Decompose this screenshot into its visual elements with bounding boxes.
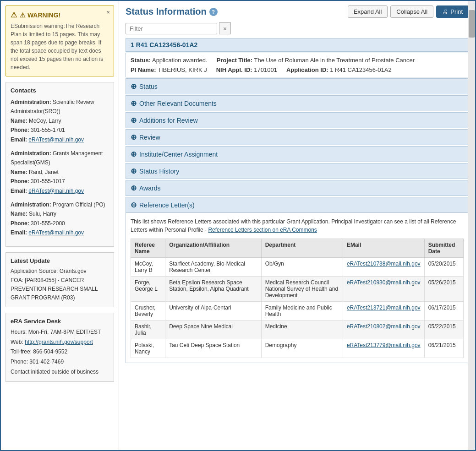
contact-email-link-1[interactable]: eRATest@mail.nih.gov [28,136,84,143]
service-tollfree: Toll-free: 866-504-9552 [11,348,67,355]
cell-email: eRATest213721@mail.nih.gov [343,302,424,321]
email-link[interactable]: eRATest210930@mail.nih.gov [347,279,421,286]
section-other-docs[interactable]: ⊕ Other Relevant Documents [126,95,469,111]
cell-org: Deep Space Nine Medical [165,321,262,339]
col-header-date: Submitted Date [424,239,463,258]
cell-org: Starfleet Academy, Bio-Medical Research … [165,258,262,277]
col-header-name: Referee Name [131,239,165,258]
section-other-docs-label: Other Relevant Documents [139,100,217,107]
contact-phone-value-3: 301-555-2000 [31,220,65,227]
cell-email: eRATest210802@mail.nih.gov [343,321,424,339]
page-title-text: Status Information [126,6,207,17]
section-review[interactable]: ⊕ Review [126,129,469,145]
latest-update-box: Latest Update Application Source: Grants… [5,252,114,307]
cell-name: Polaski, Nancy [131,339,165,358]
contact-block-2: Administration: Grants Management Specia… [11,149,109,196]
cell-org: Tau Ceti Deep Space Station [165,339,262,358]
section-status-label: Status [139,83,158,90]
contact-block-1: Administration: Scientific Review Admini… [11,98,109,144]
contact-email-link-2[interactable]: eRATest@mail.nih.gov [28,188,84,194]
table-row: Forge, George L Beta Epsilon Research Sp… [131,277,464,302]
cell-name: Forge, George L [131,277,165,302]
filter-clear-button[interactable]: × [219,22,231,34]
warning-close-button[interactable]: × [106,9,110,16]
cell-name: Bashir, Julia [131,321,165,339]
sidebar: ⚠ ⚠ WARNING! × ESubmission warning:The R… [1,1,119,450]
ref-description: This list shows Reference Letters associ… [131,217,464,234]
service-phone: Phone: 301-402-7469 [11,359,64,365]
section-awards-label: Awards [139,185,160,192]
section-history-label: Status History [139,168,179,175]
print-label: Print [450,8,463,15]
collapse-all-button[interactable]: Collapse All [390,5,433,18]
ref-letters-table: Referee Name Organization/Affiliation De… [131,239,464,358]
nih-appl-field: NIH Appl. ID: 1701001 [216,66,277,73]
contacts-box: Contacts Administration: Scientific Revi… [5,82,114,247]
pi-value: TIBERIUS, KIRK J [158,66,207,73]
cell-date: 05/26/2015 [424,277,463,302]
cell-date: 05/22/2015 [424,321,463,339]
app-id: 1 R41 CA123456-01A2 [131,41,197,49]
main-content: Status Information ? Expand All Collapse… [119,1,475,450]
contact-phone-label-1: Phone: [11,127,31,133]
cell-date: 05/20/2015 [424,258,463,277]
nih-appl-value: 1701001 [254,66,277,73]
contact-block-3: Administration: Program Official (PO) Na… [11,200,109,238]
service-contact: Contact initiated outside of business [11,369,98,375]
section-status-history[interactable]: ⊕ Status History [126,163,469,179]
ref-letters-body: This list shows Reference Letters associ… [126,213,469,363]
cell-org: University of Alpa-Centari [165,302,262,321]
cell-date: 06/17/2015 [424,302,463,321]
app-id-field: Application ID: 1 R41 CA123456-01A2 [286,66,392,73]
page-header: Status Information ? Expand All Collapse… [126,5,469,18]
cell-dept: Ob/Gyn [261,258,343,277]
project-title-field: Project Title: The Use of Roluman Ale in… [217,57,415,64]
service-web-link[interactable]: http://grants.nih.gov/support [25,339,93,345]
col-header-org: Organization/Affiliation [165,239,262,258]
app-details-row-1: Status: Application awarded. Project Tit… [131,57,464,64]
contact-name-label-2: Name: [11,169,29,175]
email-link[interactable]: eRATest213779@mail.nih.gov [347,342,421,348]
app-details-section: Status: Application awarded. Project Tit… [126,53,469,77]
cell-email: eRATest213779@mail.nih.gov [343,339,424,358]
section-review-label: Review [139,134,160,141]
cell-name: McCoy, Larry B [131,258,165,277]
section-ic-assignment[interactable]: ⊕ Institute/Center Assignment [126,146,469,162]
contact-name-value-2: Rand, Janet [29,169,59,175]
ref-letters-link[interactable]: Reference Letters section on eRA Commons [208,227,317,233]
scrollbar[interactable] [468,1,475,450]
section-additions[interactable]: ⊕ Additions for Review [126,112,469,128]
cell-email: eRATest210738@mail.nih.gov [343,258,424,277]
cell-name: Crusher, Beverly [131,302,165,321]
ref-letters-header[interactable]: ⊖ Reference Letter(s) [126,197,469,213]
contact-email-label-2: Email: [11,188,28,194]
contact-name-label-3: Name: [11,211,29,217]
section-awards[interactable]: ⊕ Awards [126,180,469,196]
status-field: Status: Application awarded. [131,57,208,64]
warning-icon: ⚠ [11,11,17,19]
cell-email: eRATest210930@mail.nih.gov [343,277,424,302]
service-web-label: Web: [11,339,25,345]
status-label: Status: [131,57,151,64]
service-desk-title: eRA Service Desk [11,318,109,325]
contact-phone-label-3: Phone: [11,220,31,227]
table-row: Crusher, Beverly University of Alpa-Cent… [131,302,464,321]
contact-admin-value-3: Program Official (PO) [53,201,105,208]
contact-admin-label-3: Administration: [11,201,53,208]
page-title: Status Information ? [126,6,218,17]
email-link[interactable]: eRATest213721@mail.nih.gov [347,304,421,311]
print-button[interactable]: 🖨 Print [436,5,469,18]
help-icon[interactable]: ? [209,8,218,16]
service-hours: Hours: Mon-Fri, 7AM-8PM EDIT/EST [11,329,101,335]
project-title-value: The Use of Roluman Ale in the Treatment … [254,57,415,64]
contact-email-link-3[interactable]: eRATest@mail.nih.gov [28,229,84,236]
cell-date: 06/21/2015 [424,339,463,358]
expand-all-button[interactable]: Expand All [348,5,388,18]
warning-title: ⚠ ⚠ WARNING! [11,11,109,19]
filter-input[interactable] [126,23,217,34]
email-link[interactable]: eRATest210802@mail.nih.gov [347,323,421,330]
latest-update-text: Application Source: Grants.gov FOA: [PAR… [11,267,109,302]
contact-email-label-3: Email: [11,229,28,236]
section-status[interactable]: ⊕ Status [126,78,469,94]
email-link[interactable]: eRATest210738@mail.nih.gov [347,261,421,267]
